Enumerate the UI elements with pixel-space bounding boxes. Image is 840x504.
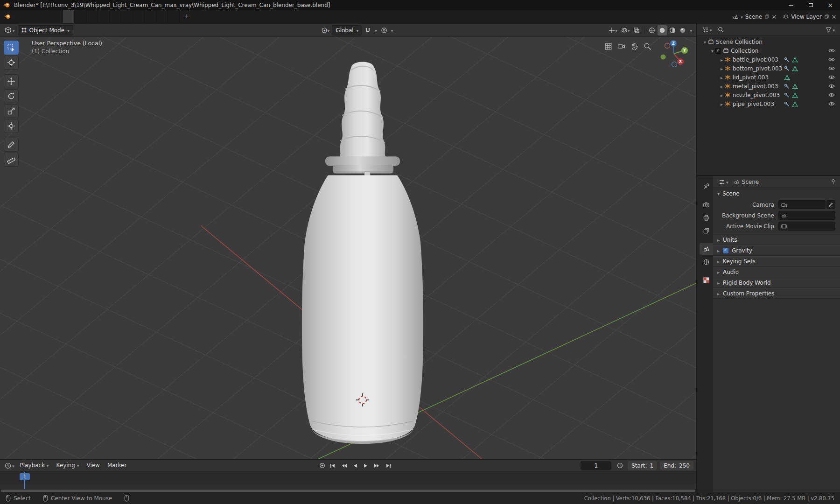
timeline-editor-type-button[interactable] xyxy=(3,462,16,469)
collapsed-panel[interactable]: Audio xyxy=(713,267,840,277)
expand-icon[interactable] xyxy=(721,56,723,63)
timeline-menu[interactable]: View xyxy=(83,460,103,471)
expand-icon[interactable] xyxy=(711,48,714,54)
tool-select-box[interactable] xyxy=(4,41,19,55)
play-reverse-button[interactable] xyxy=(350,462,360,469)
navigation-gizmo[interactable]: Z X Y xyxy=(658,38,690,70)
scene-panel-header[interactable]: Scene xyxy=(713,188,840,199)
workspace-tab[interactable] xyxy=(75,10,86,23)
outliner-editor-type-button[interactable] xyxy=(700,27,714,33)
zoom-icon[interactable] xyxy=(644,42,651,50)
tab-scene[interactable] xyxy=(700,243,713,255)
timeline-menu[interactable]: Playback xyxy=(16,460,53,471)
frame-start-field[interactable]: Start: 1 xyxy=(628,461,657,470)
workspace-tab[interactable] xyxy=(156,10,168,23)
filter-icon[interactable] xyxy=(824,27,837,33)
show-gizmo-button[interactable] xyxy=(607,25,619,35)
camera-view-icon[interactable] xyxy=(617,42,625,50)
mesh-data-icon[interactable] xyxy=(792,57,798,63)
tool-annotate[interactable] xyxy=(4,138,19,152)
unlink-scene-button[interactable] xyxy=(772,14,777,19)
expand-icon[interactable] xyxy=(721,65,723,72)
view-layer-selector[interactable]: View Layer xyxy=(783,14,836,20)
new-scene-button[interactable] xyxy=(764,14,770,19)
hide-eye-icon[interactable] xyxy=(828,92,835,98)
tool-rotate[interactable] xyxy=(4,89,19,103)
outliner-row-object[interactable]: pipe_pivot.003 xyxy=(697,99,840,108)
shading-wireframe-button[interactable] xyxy=(647,25,657,35)
collapsed-panel[interactable]: Rigid Body World xyxy=(713,278,840,288)
3d-viewport[interactable]: User Perspective (Local) (1) Collection xyxy=(0,37,696,459)
remove-view-layer-button[interactable] xyxy=(832,14,836,19)
minimize-button[interactable] xyxy=(781,0,801,10)
outliner-row-object[interactable]: bottle_pivot.003 xyxy=(697,55,840,64)
outliner-row-scene-collection[interactable]: Scene Collection xyxy=(697,37,840,46)
workspace-tab[interactable] xyxy=(121,10,133,23)
snap-settings-dropdown[interactable] xyxy=(373,25,378,35)
add-workspace-button[interactable]: + xyxy=(180,10,194,23)
shading-dropdown[interactable] xyxy=(688,25,693,35)
outliner-row-object[interactable]: metal_pivot.003 xyxy=(697,82,840,91)
tool-measure[interactable] xyxy=(4,153,19,167)
hide-eye-icon[interactable] xyxy=(828,101,835,106)
gravity-checkbox[interactable] xyxy=(723,248,728,253)
prev-keyframe-button[interactable] xyxy=(339,462,349,469)
outliner-row-object[interactable]: nozzle_pivot.003 xyxy=(697,91,840,99)
editor-type-button[interactable] xyxy=(3,27,17,34)
workspace-tab[interactable] xyxy=(63,10,75,23)
preview-range-icon[interactable] xyxy=(615,462,625,469)
search-icon[interactable] xyxy=(718,27,724,33)
xray-toggle-button[interactable] xyxy=(632,25,641,35)
tab-output[interactable] xyxy=(700,212,713,224)
pan-hand-icon[interactable] xyxy=(630,42,638,50)
expand-icon[interactable] xyxy=(721,101,723,107)
expand-icon[interactable] xyxy=(721,92,723,98)
shading-solid-button[interactable] xyxy=(658,25,667,35)
frame-end-field[interactable]: End: 250 xyxy=(660,461,693,470)
hide-eye-icon[interactable] xyxy=(828,48,835,53)
eyedropper-icon[interactable] xyxy=(826,200,835,209)
playhead[interactable]: 1 xyxy=(24,472,25,489)
properties-editor-type-button[interactable] xyxy=(717,179,730,185)
hide-eye-icon[interactable] xyxy=(828,84,835,89)
mesh-data-icon[interactable] xyxy=(792,101,798,107)
scene-selector[interactable]: Scene xyxy=(733,14,777,20)
collapsed-panel[interactable]: Custom Properties xyxy=(713,288,840,299)
workspace-tab[interactable] xyxy=(110,10,121,23)
mode-dropdown[interactable]: Object Mode xyxy=(18,25,73,35)
hide-eye-icon[interactable] xyxy=(828,66,835,71)
timeline-ruler[interactable] xyxy=(0,472,696,483)
collapsed-panel[interactable]: Gravity xyxy=(713,245,840,256)
auto-keying-toggle[interactable] xyxy=(317,462,327,469)
orientation-dropdown[interactable]: Global xyxy=(332,25,362,35)
current-frame-field[interactable]: 1 xyxy=(581,461,611,470)
workspace-tab[interactable] xyxy=(98,10,110,23)
tab-tool[interactable] xyxy=(700,181,713,192)
maximize-button[interactable] xyxy=(801,0,820,10)
tool-move[interactable] xyxy=(4,74,19,88)
timeline-menu[interactable]: Keying xyxy=(53,460,83,471)
outliner-row-collection[interactable]: Collection xyxy=(697,46,840,55)
perspective-toggle-icon[interactable] xyxy=(604,42,612,50)
property-field[interactable] xyxy=(778,200,826,209)
expand-icon[interactable] xyxy=(721,74,723,81)
expand-icon[interactable] xyxy=(721,83,723,90)
modifier-wrench-icon[interactable] xyxy=(784,66,790,71)
timeline-menu[interactable]: Marker xyxy=(104,460,130,471)
pin-icon[interactable] xyxy=(830,179,836,185)
show-overlays-button[interactable] xyxy=(620,25,631,35)
tab-world[interactable] xyxy=(700,256,713,268)
proportional-editing-button[interactable] xyxy=(379,25,389,35)
play-button[interactable] xyxy=(361,462,371,469)
tab-texture[interactable] xyxy=(700,274,713,286)
breadcrumb[interactable]: Scene xyxy=(734,179,759,185)
tool-transform[interactable] xyxy=(4,119,19,133)
tab-view-layer[interactable] xyxy=(700,225,713,237)
mesh-data-icon[interactable] xyxy=(792,92,798,98)
mesh-data-icon[interactable] xyxy=(792,84,798,89)
close-button[interactable]: × xyxy=(820,0,840,10)
workspace-tab[interactable] xyxy=(145,10,156,23)
outliner-row-object[interactable]: bottom_pivot.003 xyxy=(697,64,840,73)
tab-render[interactable] xyxy=(700,199,713,210)
outliner-row-object[interactable]: lid_pivot.003 xyxy=(697,73,840,82)
